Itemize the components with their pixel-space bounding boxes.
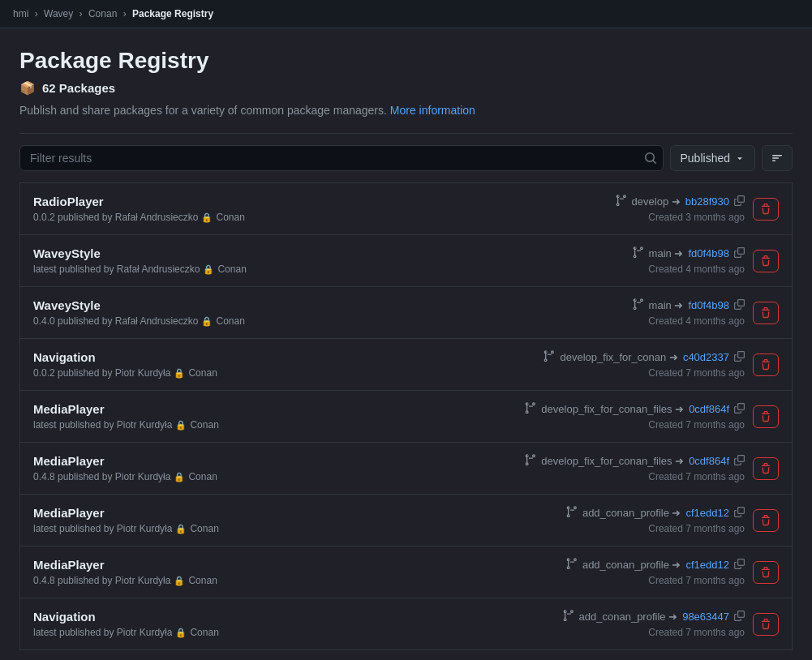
branch-row-2: main ➜ fd0f4b98 [633,298,745,312]
delete-button-4[interactable] [753,405,779,428]
pkg-left-1: WaveyStyle latest published by Rafał And… [33,246,247,275]
copy-icon-8[interactable] [734,611,745,624]
pkg-manager-1: Conan [217,264,246,275]
pkg-version-8: latest published by Piotr Kurdyła [33,627,172,638]
breadcrumb: hmi › Wavey › Conan › Package Registry [0,0,812,28]
branch-icon-0 [616,195,627,208]
pkg-version-0: 0.0.2 published by Rafał Andrusieczko [33,212,198,223]
pkg-name-4: MediaPlayer [33,402,219,416]
copy-icon-4[interactable] [734,403,745,416]
copy-icon-7[interactable] [734,559,745,572]
pkg-left-4: MediaPlayer latest published by Piotr Ku… [33,402,219,431]
copy-icon-6[interactable] [734,507,745,520]
pkg-meta-5: 0.4.8 published by Piotr Kurdyła 🔒 Conan [33,471,217,482]
pkg-version-4: latest published by Piotr Kurdyła [33,419,172,431]
pkg-right-6: add_conan_profile ➜ cf1edd12 Created 7 m… [566,506,779,534]
copy-icon-3[interactable] [734,351,745,364]
commit-hash-0[interactable]: bb28f930 [685,195,729,208]
created-at-6: Created 7 months ago [648,523,745,534]
pkg-left-5: MediaPlayer 0.4.8 published by Piotr Kur… [33,454,217,482]
published-dropdown[interactable]: Published [670,145,756,171]
delete-button-8[interactable] [753,613,779,636]
delete-button-3[interactable] [753,354,779,376]
lock-icon-7: 🔒 [174,576,185,586]
pkg-manager-3: Conan [188,367,217,379]
breadcrumb-conan[interactable]: Conan [88,8,117,19]
pkg-version-7: 0.4.8 published by Piotr Kurdyła [33,575,170,586]
copy-icon-1[interactable] [734,247,745,260]
package-row: WaveyStyle 0.4.0 published by Rafał Andr… [20,287,792,339]
pkg-version-3: 0.0.2 published by Piotr Kurdyła [33,367,170,379]
commit-hash-2[interactable]: fd0f4b98 [688,299,729,311]
pkg-left-6: MediaPlayer latest published by Piotr Ku… [33,506,219,534]
commit-hash-8[interactable]: 98e63447 [682,611,729,623]
pkg-branch-info-3: develop_fix_for_conan ➜ c40d2337 Created… [543,350,745,379]
commit-hash-4[interactable]: 0cdf864f [689,403,729,415]
package-row: Navigation latest published by Piotr Kur… [20,598,792,649]
delete-button-0[interactable] [753,198,779,221]
branch-icon-1 [633,246,644,260]
pkg-name-8: Navigation [33,610,219,624]
package-icon: 📦 [19,80,36,96]
pkg-manager-2: Conan [216,315,244,327]
page-title: Package Registry [19,48,793,74]
pkg-meta-3: 0.0.2 published by Piotr Kurdyła 🔒 Conan [33,367,217,379]
commit-hash-5[interactable]: 0cdf864f [689,455,729,467]
package-row: MediaPlayer 0.4.8 published by Piotr Kur… [20,443,792,495]
delete-button-2[interactable] [753,302,779,324]
pkg-name-3: Navigation [33,350,217,364]
lock-icon-0: 🔒 [201,212,213,223]
lock-icon-4: 🔒 [175,420,187,431]
copy-icon-5[interactable] [734,455,745,468]
branch-name-2: main ➜ [649,299,684,311]
page-subtitle: Publish and share packages for a variety… [19,104,793,117]
breadcrumb-wavey[interactable]: Wavey [44,8,73,19]
pkg-branch-info-8: add_conan_profile ➜ 98e63447 Created 7 m… [563,610,745,638]
filter-row: Published [19,133,793,183]
pkg-manager-7: Conan [188,575,217,586]
commit-hash-3[interactable]: c40d2337 [683,351,729,363]
branch-name-0: develop ➜ [632,195,681,208]
pkg-branch-info-5: develop_fix_for_conan_files ➜ 0cdf864f C… [525,454,745,482]
package-count: 62 Packages [42,81,115,95]
pkg-right-1: main ➜ fd0f4b98 Created 4 months ago [633,246,779,275]
commit-hash-1[interactable]: fd0f4b98 [688,247,729,259]
pkg-branch-info-0: develop ➜ bb28f930 Created 3 months ago [616,195,745,223]
pkg-version-5: 0.4.8 published by Piotr Kurdyła [33,471,170,482]
commit-hash-7[interactable]: cf1edd12 [686,559,730,571]
created-at-4: Created 7 months ago [648,419,745,431]
pkg-name-7: MediaPlayer [33,558,217,572]
branch-row-5: develop_fix_for_conan_files ➜ 0cdf864f [525,454,745,468]
more-info-link[interactable]: More information [390,104,475,117]
pkg-manager-0: Conan [216,212,244,223]
branch-row-4: develop_fix_for_conan_files ➜ 0cdf864f [525,402,745,416]
pkg-left-3: Navigation 0.0.2 published by Piotr Kurd… [33,350,217,379]
pkg-branch-info-7: add_conan_profile ➜ cf1edd12 Created 7 m… [566,558,745,586]
search-input[interactable] [19,145,664,171]
branch-icon-2 [633,298,644,312]
copy-icon-2[interactable] [734,299,745,312]
copy-icon-0[interactable] [734,195,745,208]
pkg-right-2: main ➜ fd0f4b98 Created 4 months ago [633,298,779,327]
sort-button[interactable] [762,145,793,171]
packages-list: RadioPlayer 0.0.2 published by Rafał And… [19,183,793,650]
lock-icon-8: 🔒 [175,628,187,638]
pkg-right-8: add_conan_profile ➜ 98e63447 Created 7 m… [563,610,779,638]
delete-button-5[interactable] [753,457,779,480]
pkg-right-4: develop_fix_for_conan_files ➜ 0cdf864f C… [525,402,779,431]
pkg-name-0: RadioPlayer [33,195,245,208]
breadcrumb-hmi[interactable]: hmi [13,8,28,19]
pkg-manager-8: Conan [190,627,218,638]
delete-button-1[interactable] [753,250,779,272]
pkg-version-2: 0.4.0 published by Rafał Andrusieczko [33,315,198,327]
branch-row-8: add_conan_profile ➜ 98e63447 [563,610,745,624]
delete-button-7[interactable] [753,561,779,584]
pkg-branch-info-4: develop_fix_for_conan_files ➜ 0cdf864f C… [525,402,745,431]
breadcrumb-sep-1: › [35,8,38,19]
pkg-manager-6: Conan [190,523,218,534]
lock-icon-1: 🔒 [203,264,214,275]
delete-button-6[interactable] [753,509,779,532]
commit-hash-6[interactable]: cf1edd12 [686,507,730,519]
search-button[interactable] [644,152,657,165]
branch-row-6: add_conan_profile ➜ cf1edd12 [566,506,745,520]
